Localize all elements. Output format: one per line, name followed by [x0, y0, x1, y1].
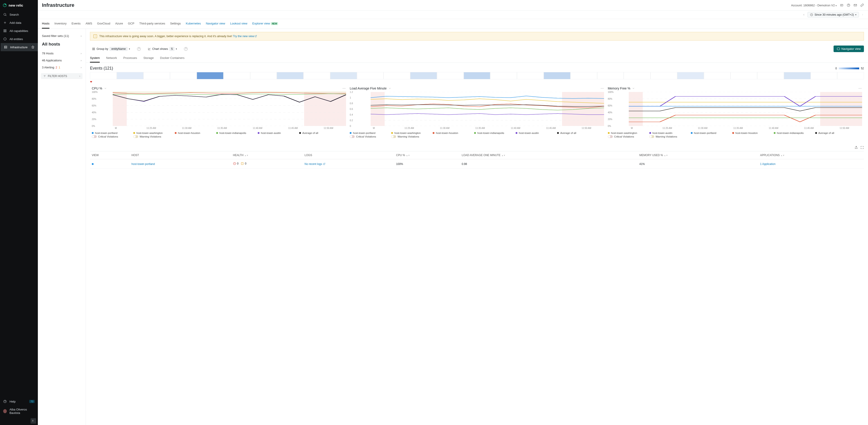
legend-item[interactable]: host-tower-austin: [516, 132, 553, 134]
tab-third-party-services[interactable]: Third-party services: [140, 19, 165, 29]
col-applications[interactable]: APPLICATIONS▲▼: [758, 151, 864, 159]
tab-explorer-view[interactable]: Explorer viewNEW: [252, 19, 278, 29]
legend-item[interactable]: host-tower-portland: [92, 132, 129, 134]
tab-settings[interactable]: Settings: [170, 19, 181, 29]
brand-logo[interactable]: new relic: [0, 0, 38, 10]
tab-kubernetes[interactable]: Kubernetes: [186, 19, 201, 29]
filter-row[interactable]: 3 Alerting21›: [38, 64, 86, 71]
heatmap-cell[interactable]: [517, 72, 544, 79]
sidebar-item-all-entities[interactable]: All entities: [0, 35, 38, 43]
saved-filter-sets[interactable]: Saved filter sets (11)›: [38, 32, 86, 39]
heatmap-cell[interactable]: [90, 72, 117, 79]
chart-shows-selector[interactable]: Chart shows 5 ▾: [146, 46, 179, 52]
legend-item[interactable]: host-tower-portland: [350, 132, 387, 134]
expand-icon[interactable]: [860, 146, 864, 149]
group-by-selector[interactable]: Group by entityName ▾: [90, 46, 132, 52]
chevron-down-icon[interactable]: [104, 87, 107, 90]
legend-item[interactable]: host-tower-washington: [391, 132, 429, 134]
events-heatmap[interactable]: [86, 72, 868, 81]
heatmap-cell[interactable]: [677, 72, 704, 79]
tab-lookout-view[interactable]: Lookout view: [230, 19, 247, 29]
collapse-sidebar-button[interactable]: [31, 418, 36, 424]
col-health[interactable]: HEALTH▲▼: [231, 151, 303, 159]
heatmap-cell[interactable]: [650, 72, 677, 79]
link-icon[interactable]: [860, 3, 864, 7]
legend-item[interactable]: host-tower-portland: [691, 132, 728, 134]
legend-item[interactable]: host-tower-washington: [608, 132, 645, 134]
toggle-critical[interactable]: Critical Violations: [350, 135, 387, 138]
legend-item[interactable]: host-tower-indianapolis: [774, 132, 811, 134]
heatmap-cell[interactable]: [837, 72, 864, 79]
subtab-storage[interactable]: Storage: [144, 54, 154, 63]
heatmap-cell[interactable]: [330, 72, 357, 79]
sidebar-item-all-capabilities[interactable]: All capabilities: [0, 27, 38, 35]
heatmap-cell[interactable]: [250, 72, 277, 79]
filter-row[interactable]: 46 Applications›: [38, 57, 86, 64]
legend-item[interactable]: host-tower-houston: [175, 132, 212, 134]
heatmap-cell[interactable]: [304, 72, 330, 79]
heatmap-cell[interactable]: [277, 72, 304, 79]
tab-hosts[interactable]: Hosts: [42, 19, 50, 29]
sidebar-item-search[interactable]: Search: [0, 10, 38, 19]
heatmap-cell[interactable]: [544, 72, 570, 79]
time-range-selector[interactable]: Since 30 minutes ago (GMT+2) ▾: [807, 12, 859, 18]
help-icon[interactable]: ?: [137, 47, 141, 51]
pin-icon[interactable]: [31, 45, 35, 49]
filter-row[interactable]: 78 Hosts›: [38, 50, 86, 57]
legend-item[interactable]: host-tower-austin: [258, 132, 295, 134]
heatmap-cell[interactable]: [704, 72, 731, 79]
try-new-view-link[interactable]: Try the new view: [233, 35, 257, 38]
tab-govcloud[interactable]: GovCloud: [97, 19, 111, 29]
heatmap-cell[interactable]: [624, 72, 650, 79]
export-icon[interactable]: [855, 146, 858, 149]
sidebar-item-infrastructure[interactable]: Infrastructure: [0, 43, 38, 51]
metadata-icon[interactable]: [840, 3, 843, 7]
toggle-critical[interactable]: Critical Violations: [92, 135, 129, 138]
heatmap-cell[interactable]: [757, 72, 784, 79]
col-host[interactable]: HOST: [130, 151, 231, 159]
tab-navigator-view[interactable]: Navigator view: [206, 19, 225, 29]
legend-item[interactable]: host-tower-houston: [732, 132, 770, 134]
account-selector[interactable]: Account: 1606862 - Demotron V2 ▾: [791, 4, 837, 7]
heatmap-cell[interactable]: [570, 72, 597, 79]
col-memory-used-[interactable]: MEMORY USED %▲▼: [638, 151, 758, 159]
legend-item[interactable]: host-tower-indianapolis: [216, 132, 254, 134]
chart-menu[interactable]: ⋯: [600, 87, 604, 90]
toggle-warning[interactable]: Warning Violations: [133, 135, 170, 138]
host-link[interactable]: host-tower-portland: [131, 162, 155, 166]
heatmap-cell[interactable]: [357, 72, 384, 79]
help-circle-icon[interactable]: [847, 3, 850, 7]
col-logs[interactable]: LOGS: [303, 151, 394, 159]
legend-item[interactable]: Average of all: [299, 132, 337, 134]
legend-item[interactable]: host-tower-indianapolis: [474, 132, 512, 134]
logs-link[interactable]: No recent logs: [305, 162, 326, 166]
tab-azure[interactable]: Azure: [115, 19, 123, 29]
chart-menu[interactable]: ⋯: [342, 87, 346, 90]
help-link[interactable]: Help 70: [0, 397, 38, 405]
chevron-left-icon[interactable]: [803, 13, 805, 16]
toggle-critical[interactable]: Critical Violations: [608, 135, 645, 138]
help-icon[interactable]: ?: [184, 47, 188, 51]
filter-hosts-button[interactable]: FILTER HOSTS›: [41, 73, 83, 79]
tab-events[interactable]: Events: [72, 19, 81, 29]
col-load-average-one-minute[interactable]: LOAD AVERAGE ONE MINUTE▲▼: [460, 151, 638, 159]
sidebar-item-add-data[interactable]: Add data: [0, 19, 38, 27]
heatmap-cell[interactable]: [490, 72, 517, 79]
heatmap-cell[interactable]: [731, 72, 757, 79]
chevron-down-icon[interactable]: [632, 87, 635, 90]
heatmap-cell[interactable]: [383, 72, 410, 79]
heatmap-cell[interactable]: [197, 72, 223, 79]
navigator-view-button[interactable]: Navigator view: [834, 45, 864, 52]
heatmap-cell[interactable]: [410, 72, 437, 79]
toggle-warning[interactable]: Warning Violations: [391, 135, 429, 138]
tab-gcp[interactable]: GCP: [128, 19, 134, 29]
legend-item[interactable]: host-tower-austin: [649, 132, 687, 134]
heatmap-cell[interactable]: [464, 72, 490, 79]
apps-link[interactable]: 1 Application: [760, 162, 776, 166]
tab-inventory[interactable]: Inventory: [54, 19, 66, 29]
heatmap-cell[interactable]: [170, 72, 197, 79]
chevron-right-icon[interactable]: [861, 13, 864, 16]
heatmap-cell[interactable]: [117, 72, 144, 79]
heatmap-cell[interactable]: [784, 72, 811, 79]
subtab-docker-containers[interactable]: Docker Containers: [160, 54, 184, 63]
